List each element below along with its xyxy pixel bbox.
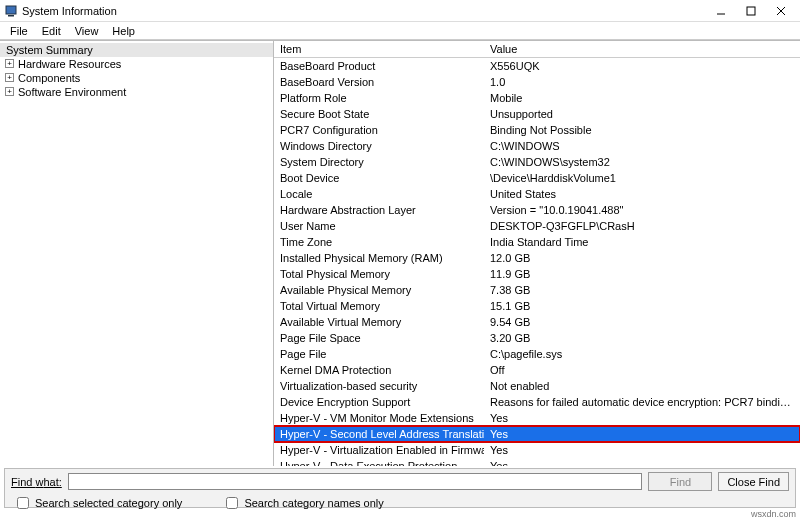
minimize-button[interactable]	[712, 4, 730, 18]
list-row[interactable]: User NameDESKTOP-Q3FGFLP\CRasH	[274, 218, 800, 234]
cell-value: Version = "10.0.19041.488"	[484, 204, 800, 216]
tree-item-label: Components	[18, 72, 80, 84]
cell-item: Page File Space	[274, 332, 484, 344]
cell-value: United States	[484, 188, 800, 200]
cell-item: Secure Boot State	[274, 108, 484, 120]
list-row[interactable]: Hyper-V - VM Monitor Mode ExtensionsYes	[274, 410, 800, 426]
close-find-button[interactable]: Close Find	[718, 472, 789, 491]
svg-rect-3	[747, 7, 755, 15]
tree-item-software[interactable]: + Software Environment	[0, 85, 273, 99]
svg-rect-1	[8, 15, 14, 17]
menu-edit[interactable]: Edit	[36, 24, 67, 38]
cell-item: Hyper-V - Data Execution Protection	[274, 460, 484, 466]
search-selected-checkbox[interactable]: Search selected category only	[13, 494, 182, 512]
cell-item: BaseBoard Product	[274, 60, 484, 72]
menu-file[interactable]: File	[4, 24, 34, 38]
cell-item: Kernel DMA Protection	[274, 364, 484, 376]
find-label: Find what:	[11, 476, 62, 488]
close-button[interactable]	[772, 4, 790, 18]
list-row[interactable]: Total Virtual Memory15.1 GB	[274, 298, 800, 314]
menu-help[interactable]: Help	[106, 24, 141, 38]
cell-value: 1.0	[484, 76, 800, 88]
list-row[interactable]: Kernel DMA ProtectionOff	[274, 362, 800, 378]
list-row[interactable]: LocaleUnited States	[274, 186, 800, 202]
list-row[interactable]: Total Physical Memory11.9 GB	[274, 266, 800, 282]
category-tree[interactable]: System Summary + Hardware Resources + Co…	[0, 41, 274, 466]
expand-icon[interactable]: +	[5, 59, 14, 68]
cell-value: Yes	[484, 428, 800, 440]
maximize-button[interactable]	[742, 4, 760, 18]
list-row[interactable]: Hyper-V - Data Execution ProtectionYes	[274, 458, 800, 466]
cell-item: System Directory	[274, 156, 484, 168]
list-row[interactable]: Hardware Abstraction LayerVersion = "10.…	[274, 202, 800, 218]
find-input[interactable]	[68, 473, 643, 490]
tree-item-label: Software Environment	[18, 86, 126, 98]
cell-value: Yes	[484, 460, 800, 466]
cell-value: Yes	[484, 444, 800, 456]
list-row[interactable]: System DirectoryC:\WINDOWS\system32	[274, 154, 800, 170]
cell-item: Total Physical Memory	[274, 268, 484, 280]
cell-value: 12.0 GB	[484, 252, 800, 264]
tree-root[interactable]: System Summary	[0, 43, 273, 57]
search-names-checkbox[interactable]: Search category names only	[222, 494, 383, 512]
list-header: Item Value	[274, 41, 800, 58]
list-row[interactable]: Installed Physical Memory (RAM)12.0 GB	[274, 250, 800, 266]
cell-value: 9.54 GB	[484, 316, 800, 328]
cell-item: Hardware Abstraction Layer	[274, 204, 484, 216]
checkbox-label: Search category names only	[244, 497, 383, 509]
list-row[interactable]: Page FileC:\pagefile.sys	[274, 346, 800, 362]
expand-icon[interactable]: +	[5, 73, 14, 82]
list-row[interactable]: Device Encryption SupportReasons for fai…	[274, 394, 800, 410]
header-value[interactable]: Value	[484, 41, 800, 57]
cell-value: \Device\HarddiskVolume1	[484, 172, 800, 184]
checkbox-label: Search selected category only	[35, 497, 182, 509]
cell-value: X556UQK	[484, 60, 800, 72]
cell-value: Reasons for failed automatic device encr…	[484, 396, 800, 408]
menu-view[interactable]: View	[69, 24, 105, 38]
details-list[interactable]: Item Value BaseBoard ProductX556UQKBaseB…	[274, 41, 800, 466]
list-row[interactable]: Page File Space3.20 GB	[274, 330, 800, 346]
cell-item: Virtualization-based security	[274, 380, 484, 392]
cell-item: Platform Role	[274, 92, 484, 104]
list-row[interactable]: Virtualization-based securityNot enabled	[274, 378, 800, 394]
cell-item: Installed Physical Memory (RAM)	[274, 252, 484, 264]
cell-item: Locale	[274, 188, 484, 200]
list-row[interactable]: BaseBoard ProductX556UQK	[274, 58, 800, 74]
list-row[interactable]: BaseBoard Version1.0	[274, 74, 800, 90]
find-bar: Find what: Find Close Find Search select…	[4, 468, 796, 508]
cell-value: C:\WINDOWS	[484, 140, 800, 152]
cell-value: India Standard Time	[484, 236, 800, 248]
cell-item: Available Physical Memory	[274, 284, 484, 296]
cell-item: PCR7 Configuration	[274, 124, 484, 136]
tree-item-hardware[interactable]: + Hardware Resources	[0, 57, 273, 71]
checkbox-icon[interactable]	[17, 497, 29, 509]
cell-item: Hyper-V - Virtualization Enabled in Firm…	[274, 444, 484, 456]
cell-value: 3.20 GB	[484, 332, 800, 344]
list-row[interactable]: Hyper-V - Virtualization Enabled in Firm…	[274, 442, 800, 458]
list-row[interactable]: Secure Boot StateUnsupported	[274, 106, 800, 122]
list-row[interactable]: Boot Device\Device\HarddiskVolume1	[274, 170, 800, 186]
cell-item: Hyper-V - Second Level Address Translati…	[274, 428, 484, 440]
cell-item: Device Encryption Support	[274, 396, 484, 408]
cell-item: Page File	[274, 348, 484, 360]
app-icon	[4, 4, 18, 18]
list-row[interactable]: Available Virtual Memory9.54 GB	[274, 314, 800, 330]
cell-value: 11.9 GB	[484, 268, 800, 280]
cell-value: 7.38 GB	[484, 284, 800, 296]
list-row[interactable]: Available Physical Memory7.38 GB	[274, 282, 800, 298]
list-row[interactable]: Hyper-V - Second Level Address Translati…	[274, 426, 800, 442]
checkbox-icon[interactable]	[226, 497, 238, 509]
list-row[interactable]: Platform RoleMobile	[274, 90, 800, 106]
list-row[interactable]: Time ZoneIndia Standard Time	[274, 234, 800, 250]
cell-value: Not enabled	[484, 380, 800, 392]
cell-value: 15.1 GB	[484, 300, 800, 312]
find-button[interactable]: Find	[648, 472, 712, 491]
list-row[interactable]: Windows DirectoryC:\WINDOWS	[274, 138, 800, 154]
tree-item-components[interactable]: + Components	[0, 71, 273, 85]
expand-icon[interactable]: +	[5, 87, 14, 96]
list-row[interactable]: PCR7 ConfigurationBinding Not Possible	[274, 122, 800, 138]
window-title: System Information	[22, 5, 117, 17]
cell-value: DESKTOP-Q3FGFLP\CRasH	[484, 220, 800, 232]
tree-item-label: Hardware Resources	[18, 58, 121, 70]
header-item[interactable]: Item	[274, 41, 484, 57]
